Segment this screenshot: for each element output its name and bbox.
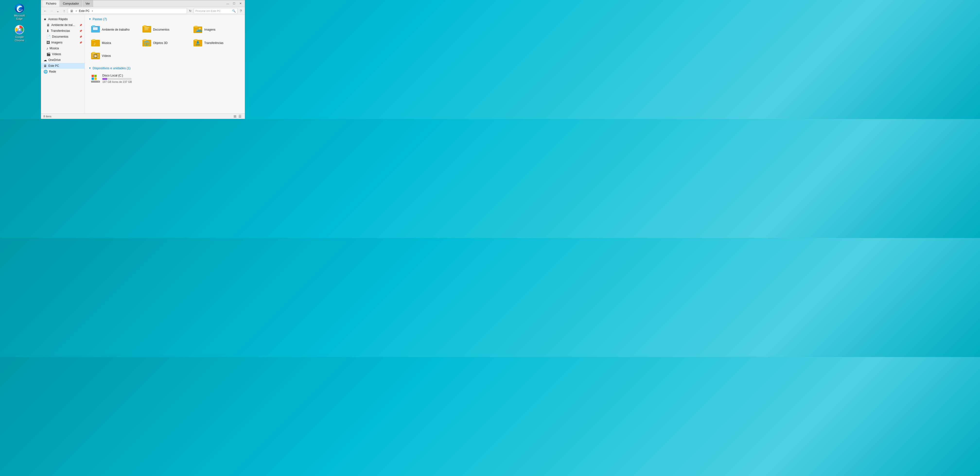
- sidebar-item-documents[interactable]: 📄 Documentos 📌: [41, 34, 84, 40]
- title-bar: Ficheiro Computador Ver — ☐ ✕: [41, 0, 245, 7]
- this-pc-label: Este PC: [48, 64, 59, 68]
- sidebar-item-music[interactable]: ♪ Música: [41, 45, 84, 51]
- refresh-button[interactable]: ↻: [188, 8, 193, 13]
- folder-item-3d[interactable]: Objetos 3D: [140, 37, 190, 49]
- address-text: ›: [75, 9, 78, 13]
- maximize-button[interactable]: ☐: [232, 1, 237, 6]
- folder-item-desktop[interactable]: Ambiente de trabalho: [89, 23, 138, 36]
- up-button[interactable]: ↑: [62, 8, 67, 14]
- sidebar-this-pc[interactable]: 🖥 Este PC: [41, 63, 84, 69]
- svg-rect-40: [97, 56, 99, 56]
- computer-icon: 🖥: [70, 9, 73, 13]
- disk-bar-fill: [102, 78, 107, 80]
- svg-rect-32: [196, 44, 200, 45]
- sidebar-videos-label: Vídeos: [52, 52, 61, 56]
- grid-view-button[interactable]: ⊞: [233, 114, 237, 119]
- disk-bar: [102, 78, 132, 80]
- folder-documents-label: Documentos: [153, 28, 169, 31]
- documents-icon: 📄: [46, 35, 51, 39]
- desktop-icon: 🖥: [46, 23, 50, 27]
- svg-rect-21: [92, 39, 95, 41]
- svg-rect-46: [94, 78, 97, 80]
- forward-button[interactable]: →: [49, 8, 54, 14]
- svg-rect-12: [144, 27, 149, 28]
- folder-videos-icon: [91, 51, 100, 60]
- svg-point-49: [98, 81, 99, 82]
- folders-collapse-btn[interactable]: ▼: [89, 18, 91, 21]
- sidebar-desktop-label: Ambiente de tral...: [51, 23, 75, 27]
- tab-ver[interactable]: Ver: [83, 0, 93, 7]
- svg-rect-44: [94, 75, 97, 77]
- svg-rect-45: [92, 78, 94, 80]
- svg-rect-29: [194, 39, 197, 41]
- folder-videos-label: Vídeos: [102, 54, 111, 57]
- edge-icon: [14, 3, 24, 13]
- list-view-button[interactable]: ☰: [238, 114, 242, 119]
- downloads-icon: ⬇: [46, 29, 49, 33]
- disk-info: Disco Local (C:) 197 GB livres de 237 GB: [102, 74, 132, 83]
- folder-3d-label: Objetos 3D: [153, 41, 168, 45]
- folder-item-downloads[interactable]: Transferências: [191, 37, 241, 49]
- folder-downloads-label: Transferências: [204, 41, 223, 45]
- devices-section-label: Dispositivos e unidades (1): [92, 66, 130, 70]
- desktop: Microsoft Edge Google Chrom: [0, 0, 39, 119]
- content-area: ▼ Pastas (7) Ambiente de t: [85, 15, 245, 113]
- window-controls: — ☐ ✕: [225, 1, 243, 6]
- folder-item-videos[interactable]: Vídeos: [89, 50, 138, 62]
- svg-rect-43: [92, 75, 94, 77]
- tab-computador[interactable]: Computador: [60, 0, 82, 7]
- quick-access-label: Acesso Rápido: [48, 17, 68, 21]
- folder-desktop-icon: [91, 25, 100, 34]
- desktop-icon-edge[interactable]: Microsoft Edge: [10, 2, 29, 21]
- minimize-button[interactable]: —: [225, 1, 230, 6]
- sidebar-network[interactable]: 🌐 Rede: [41, 69, 84, 75]
- tab-ficheiro[interactable]: Ficheiro: [43, 0, 60, 7]
- sidebar-item-images[interactable]: 🖼 Imagens 📌: [41, 40, 84, 45]
- sidebar-item-downloads[interactable]: ⬇ Transferências 📌: [41, 28, 84, 34]
- videos-icon: 🎬: [46, 52, 51, 56]
- help-button[interactable]: ?: [239, 8, 243, 13]
- music-icon: ♪: [46, 46, 48, 50]
- search-icon: 🔍: [232, 9, 236, 13]
- svg-rect-14: [144, 30, 149, 30]
- star-icon: ★: [43, 17, 47, 21]
- folder-3d-icon: [142, 39, 151, 47]
- desktop-icon-chrome[interactable]: Google Chrome: [10, 24, 29, 43]
- edge-icon-label: Microsoft Edge: [11, 14, 28, 21]
- disk-item-c[interactable]: Disco Local (C:) 197 GB livres de 237 GB: [89, 72, 241, 85]
- main-area: ★ Acesso Rápido 🖥 Ambiente de tral... 📌 …: [41, 15, 245, 113]
- svg-rect-37: [92, 56, 94, 56]
- sidebar-documents-label: Documentos: [52, 35, 68, 38]
- address-separator: ›: [91, 9, 93, 13]
- devices-section-header: ▼ Dispositivos e unidades (1): [89, 66, 241, 70]
- folder-item-documents[interactable]: Documentos: [140, 23, 190, 36]
- folder-desktop-label: Ambiente de trabalho: [102, 28, 130, 31]
- folders-section-label: Pastas (7): [92, 17, 107, 21]
- search-bar[interactable]: Procurar em Este PC 🔍: [194, 8, 237, 14]
- pin-icon-2: 📌: [79, 30, 82, 32]
- network-label: Rede: [49, 70, 56, 73]
- devices-collapse-btn[interactable]: ▼: [89, 67, 91, 70]
- folder-music-icon: ♪: [91, 39, 100, 47]
- folder-images-label: Imagens: [204, 28, 215, 31]
- close-button[interactable]: ✕: [238, 1, 243, 6]
- sidebar-item-desktop[interactable]: 🖥 Ambiente de tral... 📌: [41, 22, 84, 28]
- recent-locations-button[interactable]: ⌄: [55, 8, 60, 14]
- svg-rect-31: [197, 41, 198, 43]
- address-bar[interactable]: 🖥 › Este PC ›: [68, 8, 187, 14]
- sidebar-quick-access[interactable]: ★ Acesso Rápido: [41, 16, 84, 22]
- folder-images-icon: [194, 25, 202, 34]
- folder-item-music[interactable]: ♪ Música: [89, 37, 138, 49]
- file-explorer-window: Ficheiro Computador Ver — ☐ ✕ ← → ⌄ ↑ 🖥 …: [41, 0, 245, 119]
- svg-text:♪: ♪: [93, 41, 96, 46]
- svg-rect-24: [143, 39, 146, 41]
- back-button[interactable]: ←: [43, 8, 48, 14]
- disk-icon: [91, 74, 100, 83]
- sidebar-downloads-label: Transferências: [51, 29, 70, 33]
- sidebar-item-videos[interactable]: 🎬 Vídeos: [41, 51, 84, 57]
- folder-item-images[interactable]: Imagens: [191, 23, 241, 36]
- svg-rect-34: [92, 52, 95, 54]
- this-pc-icon: 🖥: [43, 64, 47, 68]
- sidebar-onedrive[interactable]: ☁ OneDrive: [41, 57, 84, 63]
- network-icon: 🌐: [43, 70, 48, 74]
